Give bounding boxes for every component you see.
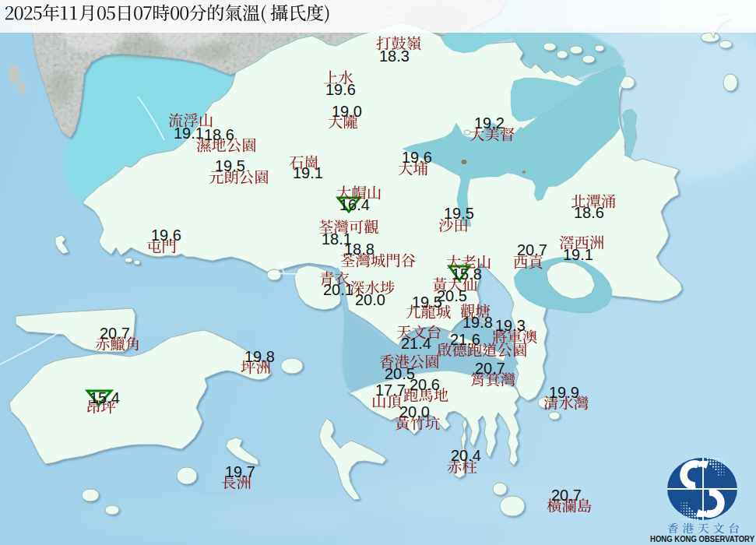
svg-text:19.8: 19.8 xyxy=(244,348,275,365)
svg-text:20.7: 20.7 xyxy=(100,325,130,342)
svg-text:18.6: 18.6 xyxy=(204,126,234,143)
svg-text:19.5: 19.5 xyxy=(412,294,442,311)
svg-text:19.6: 19.6 xyxy=(402,149,432,166)
svg-text:17.7: 17.7 xyxy=(375,382,406,399)
svg-text:20.7: 20.7 xyxy=(475,360,505,377)
svg-text:20.0: 20.0 xyxy=(355,291,385,308)
svg-text:19.5: 19.5 xyxy=(215,157,245,174)
svg-text:21.4: 21.4 xyxy=(401,335,431,352)
svg-text:19.7: 19.7 xyxy=(225,463,255,480)
svg-text:21.6: 21.6 xyxy=(450,331,480,348)
svg-text:19.2: 19.2 xyxy=(474,114,505,132)
svg-text:20.7: 20.7 xyxy=(551,487,582,504)
svg-text:18.6: 18.6 xyxy=(574,204,604,221)
svg-text:19.9: 19.9 xyxy=(549,384,579,401)
svg-text:15.8: 15.8 xyxy=(452,265,482,283)
svg-text:20.6: 20.6 xyxy=(410,376,440,393)
svg-text:19.3: 19.3 xyxy=(495,317,526,334)
svg-text:HONG KONG OBSERVATORY: HONG KONG OBSERVATORY xyxy=(650,534,755,543)
svg-text:19.0: 19.0 xyxy=(332,103,362,120)
svg-text:19.1: 19.1 xyxy=(563,246,593,263)
svg-text:20.4: 20.4 xyxy=(451,447,481,464)
svg-text:19.8: 19.8 xyxy=(462,314,493,331)
svg-text:19.6: 19.6 xyxy=(151,227,181,244)
svg-text:20.1: 20.1 xyxy=(323,281,353,298)
svg-text:19.5: 19.5 xyxy=(444,205,474,222)
svg-text:19.1: 19.1 xyxy=(293,164,323,181)
svg-text:15.4: 15.4 xyxy=(90,389,120,406)
svg-text:18.8: 18.8 xyxy=(344,241,374,258)
svg-text:16.4: 16.4 xyxy=(339,196,370,213)
svg-text:20.0: 20.0 xyxy=(399,403,430,420)
svg-text:19.6: 19.6 xyxy=(325,81,356,98)
svg-text:18.3: 18.3 xyxy=(379,47,410,65)
svg-text:20.7: 20.7 xyxy=(517,241,547,258)
